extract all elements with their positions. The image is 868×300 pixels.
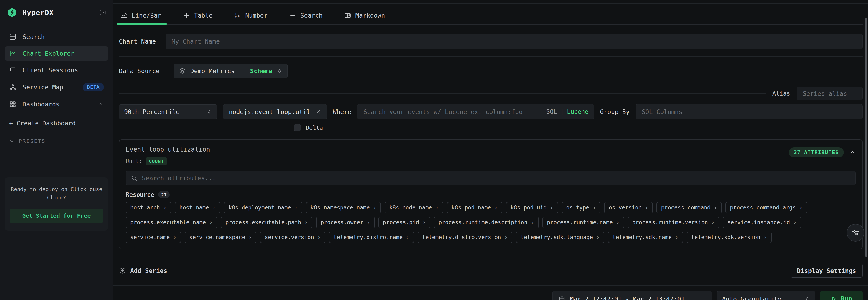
data-source-select[interactable]: Demo Metrics Schema <box>174 63 287 78</box>
attribute-chip-k8s-pod-uid[interactable]: k8s.pod.uid › <box>506 202 558 213</box>
attribute-chip-telemetry-distro-version[interactable]: telemetry.distro.version › <box>417 231 512 243</box>
attribute-chip-process-command[interactable]: process.command › <box>656 202 721 213</box>
clickhouse-promo-card: Ready to deploy on ClickHouse Cloud? Get… <box>5 178 108 231</box>
tab-number[interactable]: 123 Number <box>232 9 273 24</box>
chevron-up-down-icon <box>207 109 212 114</box>
attribute-chip-k8s-deployment-name[interactable]: k8s.deployment.name › <box>224 202 302 213</box>
presets-toggle[interactable]: PRESETS <box>5 138 108 144</box>
attribute-chip-service-namespace[interactable]: service.namespace › <box>185 231 256 243</box>
attribute-chip-service-instance-id[interactable]: service.instance.id › <box>723 217 801 228</box>
attribute-chip-telemetry-distro-name[interactable]: telemetry.distro.name › <box>329 231 414 243</box>
sidebar-item-search[interactable]: Search <box>5 30 108 44</box>
metric-chip[interactable]: nodejs.event_loop.util <box>223 104 327 119</box>
main-content: Line/Bar Table 123 Number Search Markdow… <box>114 0 868 300</box>
attribute-chip-process-command-args[interactable]: process.command_args › <box>725 202 807 213</box>
brand-row: HyperDX <box>5 6 108 19</box>
chevron-right-icon: › <box>711 220 715 225</box>
metric-title: Event loop utilization <box>126 146 210 153</box>
attribute-chip-process-runtime-description[interactable]: process.runtime.description › <box>434 217 539 228</box>
attribute-chip-k8s-node-name[interactable]: k8s.node.name › <box>384 202 443 213</box>
add-series-button[interactable]: Add Series <box>119 267 167 274</box>
tab-search[interactable]: Search <box>287 9 328 24</box>
where-search-box: SQL | Lucene <box>357 104 594 119</box>
where-search-input[interactable] <box>363 108 542 115</box>
attribute-chip-process-owner[interactable]: process.owner › <box>316 217 375 228</box>
resource-group-label: Resource <box>126 191 154 198</box>
lucene-option[interactable]: Lucene <box>567 108 588 115</box>
schema-label: Schema <box>250 67 272 75</box>
dashboard-squares-icon <box>9 101 17 108</box>
attribute-search-input[interactable] <box>142 174 850 182</box>
attribute-chip-host-name[interactable]: host.name › <box>175 202 220 213</box>
chevron-right-icon: › <box>592 205 596 211</box>
attribute-chip-telemetry-sdk-version[interactable]: telemetry.sdk.version › <box>687 231 772 243</box>
group-by-input[interactable] <box>636 104 863 119</box>
chevron-up-icon[interactable] <box>98 102 104 107</box>
attribute-chip-process-executable-path[interactable]: process.executable.path › <box>221 217 312 228</box>
run-button[interactable]: Run <box>820 291 863 300</box>
time-range-picker[interactable]: 1 Mar 2 12:47:01 - Mar 2 13:47:01 <box>552 291 712 300</box>
attribute-chip-host-arch[interactable]: host.arch › <box>126 202 171 213</box>
attribute-chip-process-runtime-version[interactable]: process.runtime.version › <box>628 217 719 228</box>
attribute-chip-telemetry-sdk-language[interactable]: telemetry.sdk.language › <box>516 231 604 243</box>
attribute-chip-k8s-pod-name[interactable]: k8s.pod.name › <box>447 202 502 213</box>
laptop-icon <box>9 66 17 74</box>
chevron-right-icon: › <box>209 220 213 225</box>
chevron-up-icon[interactable] <box>849 149 856 156</box>
presets-label: PRESETS <box>19 138 45 144</box>
chevron-right-icon: › <box>435 205 439 211</box>
where-label: Where <box>333 108 351 115</box>
get-started-button[interactable]: Get Started for Free <box>9 209 103 223</box>
panel-header: Event loop utilization Unit: COUNT 27 AT… <box>126 146 856 165</box>
calendar-icon: 1 <box>559 295 565 300</box>
attribute-chip-service-version[interactable]: service.version › <box>260 231 325 243</box>
attribute-chip-service-name[interactable]: service.name › <box>126 231 181 243</box>
sidebar-collapse-icon[interactable] <box>99 9 106 16</box>
chart-preview-bottom-edge <box>120 0 861 0</box>
attribute-chip-process-runtime-name[interactable]: process.runtime.name › <box>542 217 624 228</box>
series-alias-input[interactable] <box>797 87 863 100</box>
series-editor-row: 90th Percentile nodejs.event_loop.util W… <box>119 104 863 119</box>
chevron-right-icon: › <box>504 234 508 240</box>
attribute-chip-process-executable-name[interactable]: process.executable.name › <box>126 217 217 228</box>
promo-text: Ready to deploy on ClickHouse Cloud? <box>9 185 103 202</box>
create-dashboard-button[interactable]: + Create Dashboard <box>5 120 108 127</box>
sidebar-item-client-sessions[interactable]: Client Sessions <box>5 63 108 77</box>
search-icon <box>131 175 137 181</box>
table-grid-icon <box>9 33 17 40</box>
chevron-right-icon: › <box>294 205 298 211</box>
attribute-chip-os-type[interactable]: os.type › <box>562 202 601 213</box>
attribute-search-box <box>126 171 856 185</box>
delta-label: Delta <box>306 125 323 131</box>
panel-header-right: 27 ATTRIBUTES <box>789 146 856 157</box>
granularity-select[interactable]: Auto Granularity <box>717 291 815 300</box>
resource-group-row: Resource 27 <box>126 191 856 198</box>
sql-option[interactable]: SQL <box>546 108 557 115</box>
vertical-scrollbar[interactable] <box>866 18 867 257</box>
sidebar: HyperDX Search Chart Explorer Client Ses… <box>0 0 114 300</box>
delta-checkbox[interactable] <box>294 124 301 131</box>
chevron-right-icon: › <box>799 205 803 211</box>
remove-metric-icon[interactable] <box>315 109 321 115</box>
attribute-chip-telemetry-sdk-name[interactable]: telemetry.sdk.name › <box>608 231 683 243</box>
chevron-right-icon: › <box>596 234 600 240</box>
sidebar-item-chart-explorer[interactable]: Chart Explorer <box>5 46 108 61</box>
sidebar-item-dashboards[interactable]: Dashboards <box>5 97 108 111</box>
line-chart-icon <box>9 50 17 57</box>
attribute-chip-k8s-namespace-name[interactable]: k8s.namespace.name › <box>306 202 381 213</box>
attribute-chip-process-pid[interactable]: process.pid › <box>378 217 431 228</box>
chart-name-input[interactable] <box>165 33 863 49</box>
tab-table[interactable]: Table <box>181 9 218 24</box>
display-settings-button[interactable]: Display Settings <box>790 264 863 278</box>
chevron-up-down-icon <box>277 68 282 74</box>
tab-markdown[interactable]: Markdown <box>342 9 390 24</box>
sidebar-nav: Search Chart Explorer Client Sessions Se… <box>5 30 108 111</box>
tab-table-icon <box>183 12 190 19</box>
attribute-chip-os-version[interactable]: os.version › <box>604 202 653 213</box>
sidebar-item-service-map[interactable]: Service Map BETA <box>5 80 108 95</box>
chart-settings-floating-button[interactable] <box>846 224 864 242</box>
chevron-right-icon: › <box>494 205 498 211</box>
query-language-toggle[interactable]: SQL | Lucene <box>546 108 588 115</box>
aggregation-select[interactable]: 90th Percentile <box>119 104 217 119</box>
tab-line-bar[interactable]: Line/Bar <box>119 9 167 24</box>
